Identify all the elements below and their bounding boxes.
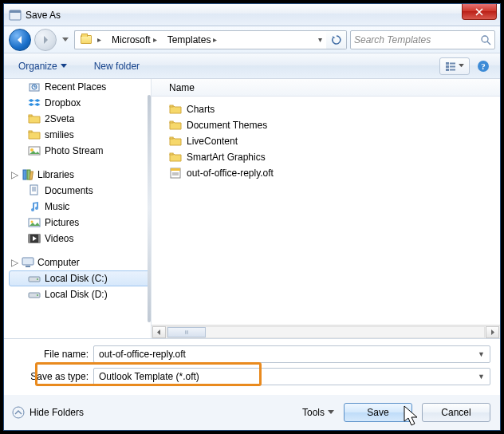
- scroll-thumb[interactable]: [167, 327, 206, 337]
- tree-item-label: Photo Stream: [45, 145, 103, 156]
- tree-item-label: Dropbox: [45, 97, 81, 108]
- tree-item[interactable]: Local Disk (D:): [9, 286, 151, 302]
- folder-icon: [81, 34, 93, 45]
- svg-point-39: [13, 407, 24, 418]
- svg-rect-34: [170, 121, 173, 123]
- address-seg-microsoft[interactable]: Microsoft ▸: [108, 31, 163, 49]
- list-item-label: Document Themes: [187, 120, 267, 131]
- back-button[interactable]: [9, 29, 31, 51]
- navigation-pane[interactable]: Recent PlacesDropbox2SvetasmiliesPhoto S…: [4, 79, 151, 338]
- file-list[interactable]: ChartsDocument ThemesLiveContentSmartArt…: [152, 97, 500, 325]
- view-options-button[interactable]: [439, 57, 470, 75]
- arrow-left-icon: [14, 34, 26, 45]
- list-column-header[interactable]: Name: [152, 79, 500, 97]
- svg-rect-4: [446, 62, 449, 65]
- svg-rect-6: [446, 69, 449, 71]
- list-item[interactable]: Charts: [155, 101, 497, 117]
- filename-value: out-of-office-reply.oft: [99, 349, 186, 360]
- videos-icon: [28, 232, 41, 245]
- address-bar[interactable]: ▸ Microsoft ▸ Templates ▸ ▾: [74, 30, 326, 49]
- tools-menu[interactable]: Tools: [302, 407, 334, 418]
- organize-button[interactable]: Organize: [12, 57, 73, 75]
- scroll-right-button[interactable]: [486, 326, 499, 338]
- hide-folders-button[interactable]: Hide Folders: [12, 406, 84, 419]
- save-button[interactable]: Save: [344, 403, 412, 422]
- chevron-down-icon: [328, 410, 334, 415]
- chevron-down-icon[interactable]: ▼: [478, 350, 485, 358]
- help-icon: ?: [477, 60, 490, 73]
- libraries-icon: [22, 168, 34, 181]
- chevron-down-icon[interactable]: ▾: [316, 35, 325, 44]
- svg-rect-35: [170, 137, 173, 139]
- chevron-right-icon: ▸: [95, 35, 104, 44]
- address-seg-templates[interactable]: Templates ▸: [163, 31, 224, 49]
- svg-point-17: [30, 148, 33, 152]
- filename-label: File name:: [26, 349, 89, 360]
- svg-rect-14: [29, 115, 32, 116]
- svg-rect-27: [22, 258, 33, 265]
- svg-rect-28: [26, 266, 30, 267]
- svg-rect-26: [38, 235, 40, 243]
- scroll-left-button[interactable]: [152, 326, 166, 338]
- tree-item[interactable]: Videos: [9, 231, 151, 247]
- organize-label: Organize: [18, 61, 57, 72]
- svg-rect-33: [170, 105, 173, 107]
- disclosure-icon: ▷: [10, 169, 18, 180]
- tree-item-label: Local Disk (D:): [45, 289, 108, 300]
- save-button-label: Save: [367, 407, 388, 418]
- folder-icon: [28, 112, 41, 125]
- dropbox-icon: [28, 97, 41, 109]
- list-item-label: LiveContent: [187, 136, 238, 147]
- tree-item[interactable]: Photo Stream: [9, 143, 151, 159]
- tree-item[interactable]: Pictures: [9, 215, 151, 231]
- list-pane: Name ChartsDocument ThemesLiveContentSma…: [152, 79, 500, 338]
- search-input[interactable]: Search Templates: [350, 30, 495, 49]
- tree-libraries-head[interactable]: ▷ Libraries: [9, 167, 151, 183]
- tree-item[interactable]: Music: [9, 199, 151, 215]
- drive-icon: [28, 288, 41, 301]
- tree-item[interactable]: smilies: [9, 127, 151, 143]
- savetype-dropdown[interactable]: Outlook Template (*.oft) ▼: [93, 368, 490, 385]
- tree-computer-head[interactable]: ▷ Computer: [9, 254, 151, 270]
- list-item[interactable]: out-of-office-reply.oft: [155, 165, 497, 181]
- forward-button[interactable]: [34, 29, 57, 51]
- app-icon: [9, 9, 22, 22]
- scroll-track[interactable]: [167, 326, 485, 338]
- cancel-button[interactable]: Cancel: [422, 403, 490, 422]
- help-button[interactable]: ?: [474, 57, 492, 75]
- folder-icon: [169, 103, 182, 116]
- filename-input[interactable]: out-of-office-reply.oft ▼: [93, 345, 490, 363]
- folder-icon: [169, 119, 182, 132]
- navigation-bar: ▸ Microsoft ▸ Templates ▸ ▾ Search Templ…: [4, 26, 500, 53]
- address-seg-label: Microsoft: [112, 34, 151, 45]
- chevron-right-icon: ▸: [151, 35, 159, 44]
- chevron-down-icon[interactable]: ▼: [478, 373, 485, 381]
- pictures-icon: [28, 216, 41, 229]
- new-folder-button[interactable]: New folder: [88, 57, 146, 75]
- tree-item[interactable]: Recent Places: [9, 79, 151, 95]
- new-folder-label: New folder: [94, 61, 140, 72]
- address-root[interactable]: ▸: [77, 31, 108, 49]
- list-item[interactable]: LiveContent: [155, 133, 497, 149]
- documents-icon: [28, 184, 41, 197]
- tree-item[interactable]: Documents: [9, 183, 151, 199]
- tree-item[interactable]: Local Disk (C:): [9, 270, 151, 286]
- list-item[interactable]: SmartArt Graphics: [155, 149, 497, 165]
- window-close-button[interactable]: [462, 4, 497, 20]
- chevron-down-icon: [62, 37, 69, 42]
- svg-rect-25: [29, 235, 30, 243]
- arrow-right-icon: [40, 34, 51, 45]
- savetype-label: Save as type:: [26, 371, 89, 382]
- tree-item[interactable]: 2Sveta: [9, 111, 151, 127]
- list-item[interactable]: Document Themes: [155, 117, 497, 133]
- list-item-label: SmartArt Graphics: [187, 152, 266, 163]
- computer-icon: [22, 256, 34, 269]
- refresh-button[interactable]: [326, 30, 347, 49]
- nav-history-dropdown[interactable]: [60, 30, 71, 49]
- tools-label: Tools: [302, 407, 325, 418]
- window-title: Save As: [26, 10, 462, 21]
- horizontal-scrollbar[interactable]: [152, 325, 500, 338]
- tree-item-label: Documents: [45, 185, 93, 196]
- save-as-dialog: Save As ▸ Microsoft ▸: [3, 3, 501, 431]
- tree-item[interactable]: Dropbox: [9, 95, 151, 111]
